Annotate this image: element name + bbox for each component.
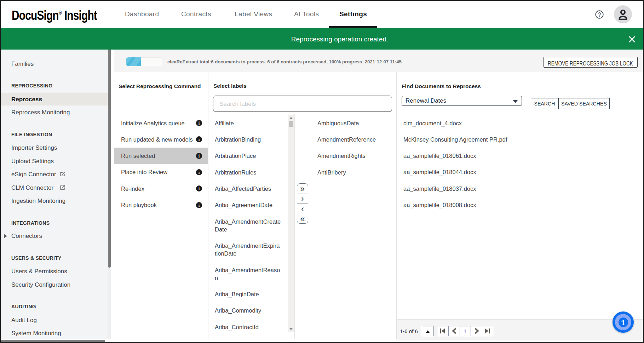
- svg-text:i: i: [199, 203, 200, 208]
- svg-text:i: i: [199, 121, 200, 126]
- svg-text:?: ?: [598, 11, 601, 18]
- svg-text:i: i: [199, 137, 200, 142]
- svg-text:i: i: [199, 170, 200, 175]
- svg-text:i: i: [199, 186, 200, 191]
- svg-text:i: i: [199, 154, 200, 159]
